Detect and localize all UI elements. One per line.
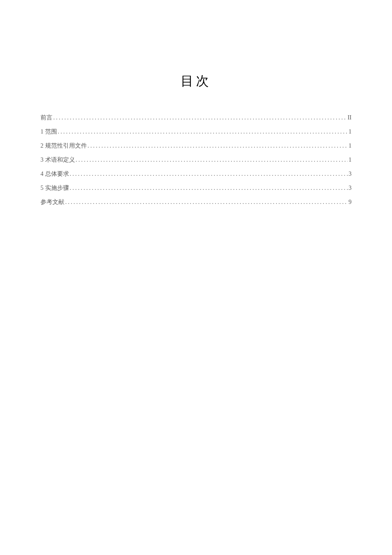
toc-entry: 4 总体要求 3 [40,171,352,177]
toc-page: 1 [349,143,352,149]
toc-page: 1 [349,157,352,163]
toc-leader [70,171,348,177]
table-of-contents: 前言 II 1 范围 1 2 规范性引用文件 1 3 术语和定义 1 4 总体要… [40,115,352,205]
toc-leader [58,129,348,135]
toc-leader [65,199,348,205]
toc-label: 1 范围 [40,129,57,135]
toc-leader [76,157,348,163]
toc-entry: 5 实施步骤 3 [40,185,352,191]
toc-leader [70,185,348,191]
toc-page: 3 [349,171,352,177]
toc-leader [53,115,347,121]
toc-entry: 参考文献 9 [40,199,352,205]
page-title: 目次 [40,73,352,90]
toc-label: 参考文献 [40,199,64,205]
toc-page: 1 [349,129,352,135]
toc-label: 4 总体要求 [40,171,69,177]
toc-entry: 3 术语和定义 1 [40,157,352,163]
toc-leader [88,143,348,149]
toc-entry: 2 规范性引用文件 1 [40,143,352,149]
toc-page: 3 [349,185,352,191]
toc-entry: 1 范围 1 [40,129,352,135]
toc-page: 9 [349,199,352,205]
toc-label: 3 术语和定义 [40,157,75,163]
toc-label: 前言 [40,115,52,121]
toc-label: 5 实施步骤 [40,185,69,191]
toc-entry: 前言 II [40,115,352,121]
toc-page: II [348,115,352,121]
toc-label: 2 规范性引用文件 [40,143,87,149]
